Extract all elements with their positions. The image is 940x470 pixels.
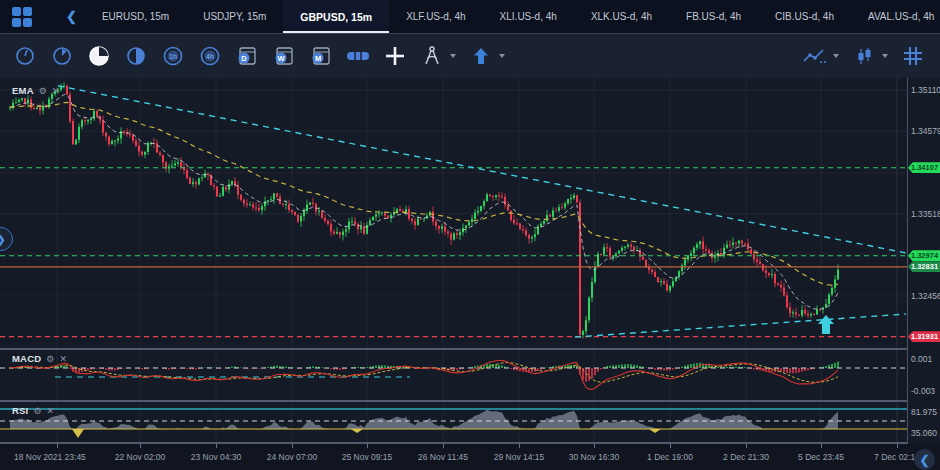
timeframe-15m-button-active[interactable] — [86, 43, 112, 69]
timeframe-week-button[interactable]: W — [271, 43, 297, 69]
chart-tab-gbpusd[interactable]: GBPUSD, 15m — [283, 0, 389, 33]
price-axis[interactable]: 1.351101.345791.335181.324561.341071.329… — [907, 78, 940, 444]
chart-tab-fb.us-d[interactable]: FB.US-d, 4h — [669, 0, 758, 33]
price-badge-alert-green: 1.34107 — [908, 162, 940, 173]
time-label: 25 Nov 09:15 — [342, 452, 393, 462]
time-label: 30 Nov 16:30 — [569, 452, 620, 462]
indicators-caret-icon[interactable] — [833, 54, 839, 58]
time-label: 18 Nov 2021 23:45 — [14, 452, 86, 462]
crosshair-icon[interactable] — [382, 43, 408, 69]
time-label: 24 Nov 07:00 — [267, 452, 318, 462]
rsi-dip-marker — [649, 429, 661, 433]
apps-grid-icon[interactable] — [12, 7, 32, 27]
time-tick — [670, 444, 671, 448]
macd-indicator-legend: MACD ⚙ ✕ — [12, 353, 67, 364]
drawing-tools-icon[interactable] — [419, 43, 445, 69]
main-price-chart-canvas[interactable] — [0, 78, 907, 348]
chart-tab-aval.us-d[interactable]: AVAL.US-d, 4h — [851, 0, 940, 33]
trendline — [58, 86, 906, 253]
ema-label: EMA — [12, 85, 34, 96]
rsi-label: RSI — [12, 405, 28, 416]
trade-arrow-up-icon[interactable] — [468, 43, 494, 69]
rsi-indicator-legend: RSI ⚙ ✕ — [12, 405, 54, 416]
time-label: 2 Dec 21:30 — [723, 452, 769, 462]
ema-remove-icon[interactable]: ✕ — [52, 86, 60, 96]
price-tick-label: 1.34579 — [911, 126, 940, 136]
trendline — [575, 314, 906, 337]
chart-type-candles-icon[interactable] — [851, 43, 877, 69]
rsi-settings-gear-icon[interactable]: ⚙ — [33, 406, 41, 416]
time-label: 22 Nov 02:00 — [115, 452, 166, 462]
indicator-axis-label: -0.003 — [911, 386, 935, 396]
price-tick-label: 1.33518 — [911, 209, 940, 219]
timeframe-30m-button[interactable] — [123, 43, 149, 69]
chart-toolbar: 1h 4h D W M — [0, 34, 940, 78]
macd-remove-icon[interactable]: ✕ — [59, 354, 67, 364]
chart-tab-usdjpy[interactable]: USDJPY, 15m — [186, 0, 283, 33]
svg-text:M: M — [315, 54, 321, 63]
grid-settings-icon[interactable] — [900, 43, 926, 69]
macd-settings-gear-icon[interactable]: ⚙ — [46, 354, 54, 364]
price-tick-label: 1.35110 — [911, 85, 940, 95]
time-label: 26 Nov 11:45 — [418, 452, 468, 462]
ema-indicator-legend: EMA ⚙ ✕ — [12, 85, 59, 96]
price-badge-alert-red: 1.31931 — [908, 331, 940, 342]
time-label: 23 Nov 04:30 — [191, 452, 242, 462]
svg-text:W: W — [277, 54, 285, 63]
indicator-axis-label: 35.060 — [911, 428, 937, 438]
macd-panel-canvas[interactable] — [0, 350, 907, 400]
rsi-remove-icon[interactable]: ✕ — [47, 406, 55, 416]
svg-text:4h: 4h — [206, 53, 214, 60]
time-label: 7 Dec 02:15 — [874, 452, 920, 462]
time-label: 5 Dec 23:45 — [798, 452, 844, 462]
timeframe-1h-button[interactable]: 1h — [160, 43, 186, 69]
chart-tabs: EURUSD, 15mUSDJPY, 15mGBPUSD, 15mXLF.US-… — [85, 0, 940, 33]
time-tick — [746, 444, 747, 448]
price-badge-last-price: 1.32831 — [908, 261, 940, 272]
time-tick — [519, 444, 520, 448]
chart-tab-eurusd[interactable]: EURUSD, 15m — [85, 0, 186, 33]
price-tick-label: 1.32456 — [911, 291, 940, 301]
timeframe-month-button[interactable]: M — [308, 43, 334, 69]
buy-signal-arrow — [818, 315, 834, 334]
trade-arrow-caret-icon[interactable] — [499, 54, 505, 58]
chart-tab-xlk.us-d[interactable]: XLK.US-d, 4h — [574, 0, 669, 33]
scroll-back-button[interactable]: ❮ — [914, 449, 935, 470]
chart-tab-cib.us-d[interactable]: CIB.US-d, 4h — [758, 0, 851, 33]
timeframe-day-button[interactable]: D — [234, 43, 260, 69]
drawing-tools-caret-icon[interactable] — [450, 54, 456, 58]
chart-tab-bar: ❮ EURUSD, 15mUSDJPY, 15mGBPUSD, 15mXLF.U… — [0, 0, 940, 34]
tabs-scroll-left-icon[interactable]: ❮ — [58, 9, 85, 24]
ema-settings-gear-icon[interactable]: ⚙ — [39, 86, 47, 96]
rsi-dip-marker — [351, 429, 363, 433]
time-tick — [367, 444, 368, 448]
svg-text:D: D — [241, 54, 247, 63]
time-tick — [216, 444, 217, 448]
time-tick — [57, 444, 58, 448]
chart-section: EMA ⚙ ✕ MACD ⚙ ✕ RSI ⚙ ✕ 1.351101.345791… — [0, 78, 940, 470]
chart-tab-xli.us-d[interactable]: XLI.US-d, 4h — [483, 0, 574, 33]
macd-label: MACD — [12, 353, 41, 364]
rsi-dip-marker — [72, 429, 84, 438]
chart-type-caret-icon[interactable] — [882, 54, 888, 58]
time-tick — [140, 444, 141, 448]
rsi-area — [10, 410, 838, 429]
svg-text:1h: 1h — [169, 53, 177, 60]
ema-slow-line — [10, 102, 838, 285]
timeframe-4h-button[interactable]: 4h — [197, 43, 223, 69]
indicators-icon[interactable] — [802, 43, 828, 69]
time-tick — [594, 444, 595, 448]
timeframe-5m-button[interactable] — [49, 43, 75, 69]
time-label: 29 Nov 14:15 — [494, 452, 545, 462]
link-charts-icon[interactable] — [345, 43, 371, 69]
time-tick — [443, 444, 444, 448]
chart-tab-xlf.us-d[interactable]: XLF.US-d, 4h — [389, 0, 482, 33]
ema-fast-line — [10, 95, 838, 309]
trading-app-window: ❮ EURUSD, 15mUSDJPY, 15mGBPUSD, 15mXLF.U… — [0, 0, 940, 470]
timeframe-1m-button[interactable] — [12, 43, 38, 69]
rsi-panel-canvas[interactable] — [0, 402, 907, 442]
time-axis[interactable]: 18 Nov 2021 23:4522 Nov 02:0023 Nov 04:3… — [0, 444, 940, 470]
price-badge-alert-green: 1.32974 — [908, 250, 940, 261]
time-tick — [821, 444, 822, 448]
indicator-axis-label: 0.001 — [911, 354, 932, 364]
